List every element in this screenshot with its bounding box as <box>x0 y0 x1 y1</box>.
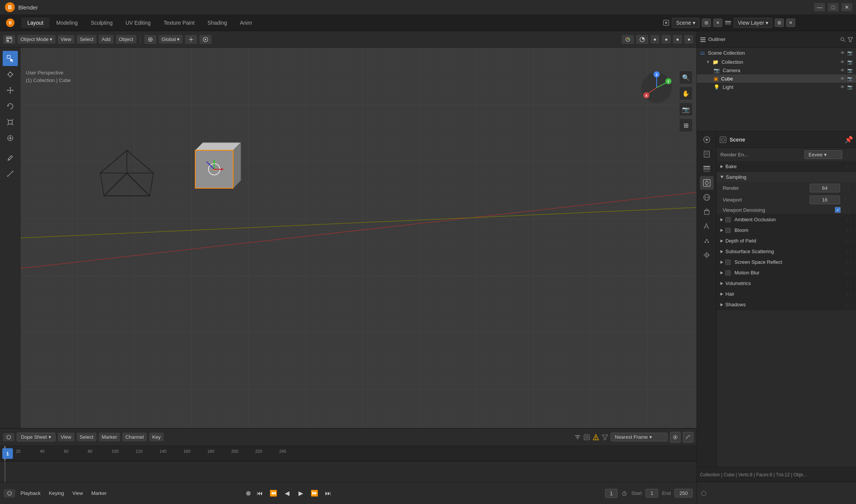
tab-layout[interactable]: Layout <box>21 17 49 28</box>
section-shadows-header[interactable]: Shadows ⋮⋮ <box>717 299 856 310</box>
playback-menu-button[interactable]: Playback <box>17 489 44 498</box>
section-sss-header[interactable]: Subsurface Scattering ⋮⋮ <box>717 246 856 257</box>
viewport-shading-solid[interactable]: ● <box>662 35 671 44</box>
prop-tab-object[interactable] <box>700 205 714 219</box>
ao-checkbox[interactable] <box>725 217 731 222</box>
curve-button[interactable] <box>683 432 693 443</box>
timeline-editor-type-button[interactable] <box>3 433 14 441</box>
view-layer-close-button[interactable]: ✕ <box>786 19 795 27</box>
section-sampling-header[interactable]: Sampling ⋮⋮ <box>717 172 856 182</box>
interpolation-dropdown[interactable]: Nearest Frame ▾ <box>611 433 668 441</box>
move-tool-button[interactable] <box>3 83 18 98</box>
scene-selector[interactable]: Scene ▾ <box>672 18 700 28</box>
outliner-item-camera[interactable]: 📷 Camera 👁 📷 <box>697 66 856 74</box>
tab-uv-editing[interactable]: UV Editing <box>119 17 156 28</box>
end-frame-input[interactable]: 250 <box>674 489 693 498</box>
view-layer-copy-button[interactable]: ⊞ <box>775 19 784 27</box>
light-render-icon[interactable]: 📷 <box>847 84 853 90</box>
zoom-in-button[interactable]: 🔍 <box>679 71 693 84</box>
tab-shading[interactable]: Shading <box>201 17 233 28</box>
prop-tab-viewlayer[interactable] <box>700 162 714 175</box>
outliner-item-light[interactable]: 💡 Light 👁 📷 <box>697 83 856 91</box>
close-button[interactable]: ✕ <box>842 3 852 11</box>
current-frame-box[interactable]: 1 <box>2 448 13 459</box>
cursor-tool-button[interactable] <box>3 67 18 82</box>
scene-close-button[interactable]: ✕ <box>713 19 722 27</box>
bloom-checkbox[interactable] <box>725 228 731 233</box>
marker-menu-button[interactable]: Marker <box>88 489 109 498</box>
timeline-key-button[interactable]: Key <box>149 433 164 441</box>
collection-vis-icon[interactable]: 👁 <box>839 59 845 65</box>
scene-copy-button[interactable]: ⊞ <box>702 19 711 27</box>
viewport-3d[interactable]: User Perspective (1) Collection | Cube Z… <box>21 48 696 428</box>
dope-sheet-dropdown[interactable]: Dope Sheet ▾ <box>17 433 55 441</box>
grid-view-button[interactable]: ⊞ <box>679 118 693 132</box>
nav-gizmo[interactable]: Z Y X <box>640 71 678 109</box>
prop-tab-physics[interactable] <box>700 248 714 262</box>
prev-frame-button[interactable]: ◀ <box>281 487 293 499</box>
snapping-button[interactable] <box>185 35 197 44</box>
play-button[interactable]: ▶ <box>295 487 307 499</box>
scale-tool-button[interactable] <box>3 115 18 130</box>
section-bake-header[interactable]: Bake ⋮⋮ <box>717 161 856 172</box>
camera-view-button[interactable]: 📷 <box>679 102 693 116</box>
snap-button[interactable] <box>670 432 681 443</box>
jump-start-button[interactable]: ⏮ <box>254 487 266 499</box>
annotate-tool-button[interactable] <box>3 150 18 165</box>
outliner-search-icon[interactable] <box>840 37 845 42</box>
mb-checkbox[interactable] <box>725 270 731 276</box>
prop-tab-output[interactable] <box>700 147 714 161</box>
collection-render-icon[interactable]: 📷 <box>847 59 853 65</box>
overlays-button[interactable] <box>636 35 648 44</box>
view-layer-selector[interactable]: View Layer ▾ <box>734 18 772 28</box>
transform-space-button[interactable]: Global ▾ <box>159 35 183 44</box>
prop-tab-particles[interactable] <box>700 234 714 247</box>
next-keyframe-button[interactable]: ⏩ <box>308 487 321 499</box>
timeline-marker-button[interactable]: Marker <box>99 433 120 441</box>
ssr-checkbox[interactable] <box>725 260 731 265</box>
proportional-editing-button[interactable] <box>199 35 212 44</box>
jump-end-button[interactable]: ⏭ <box>322 487 334 499</box>
prop-tab-render[interactable] <box>700 133 714 146</box>
editor-type-button[interactable] <box>3 35 15 44</box>
timeline-view-button[interactable]: View <box>58 433 74 441</box>
denoising-checkbox[interactable]: ✓ <box>835 207 841 213</box>
timeline-select-button[interactable]: Select <box>77 433 96 441</box>
prop-tab-modifiers[interactable] <box>700 219 714 233</box>
object-mode-button[interactable]: Object Mode ▾ <box>17 35 55 44</box>
section-ssr-header[interactable]: Screen Space Reflect ⋮⋮ <box>717 257 856 267</box>
keying-menu-button[interactable]: Keying <box>46 489 67 498</box>
timeline-channel-button[interactable]: Channel <box>122 433 147 441</box>
view-menu-button-pb[interactable]: View <box>69 489 86 498</box>
cube-render-icon[interactable]: 📷 <box>847 76 853 82</box>
gizmos-button[interactable] <box>622 35 634 44</box>
rotate-tool-button[interactable] <box>3 99 18 114</box>
view-menu-button[interactable]: View <box>58 35 74 44</box>
tab-anim[interactable]: Anim <box>234 17 258 28</box>
tab-modeling[interactable]: Modeling <box>50 17 84 28</box>
viewport-shading-rendered[interactable]: ● <box>684 35 693 44</box>
outliner-item-collection[interactable]: ▼ 📁 Collection 👁 📷 <box>697 58 856 66</box>
start-frame-input[interactable]: 1 <box>646 489 658 498</box>
current-frame-input[interactable]: 1 <box>605 489 618 498</box>
section-vol-header[interactable]: Volumetrics ⋮⋮ <box>717 278 856 288</box>
playback-editor-type[interactable] <box>4 489 15 498</box>
add-menu-button[interactable]: Add <box>99 35 114 44</box>
prop-tab-world[interactable] <box>700 191 714 204</box>
step-back-button[interactable]: ⏪ <box>267 487 280 499</box>
viewport-shading-wireframe[interactable]: ● <box>651 35 660 44</box>
outliner-item-scene[interactable]: 🗂 Scene Collection 👁 📷 <box>697 48 856 58</box>
maximize-button[interactable]: □ <box>828 3 839 11</box>
section-ao-header[interactable]: Ambient Occlusion ⋮⋮ <box>717 214 856 225</box>
transform-tool-button[interactable] <box>3 131 18 146</box>
tab-sculpting[interactable]: Sculpting <box>85 17 119 28</box>
prop-tab-scene[interactable] <box>700 176 714 190</box>
section-hair-header[interactable]: Hair ⋮⋮ <box>717 289 856 299</box>
transform-pivot-button[interactable] <box>144 35 156 44</box>
measure-tool-button[interactable] <box>3 166 18 181</box>
hand-button[interactable]: ✋ <box>679 87 693 100</box>
render-engine-dropdown[interactable]: Eevee ▾ <box>804 150 842 159</box>
timeline-ruler[interactable]: 1 20 40 60 80 100 120 140 160 180 200 22… <box>0 446 696 461</box>
outliner-item-cube[interactable]: ▣ Cube 👁 📷 <box>697 74 856 83</box>
filter-icon[interactable] <box>574 434 581 441</box>
